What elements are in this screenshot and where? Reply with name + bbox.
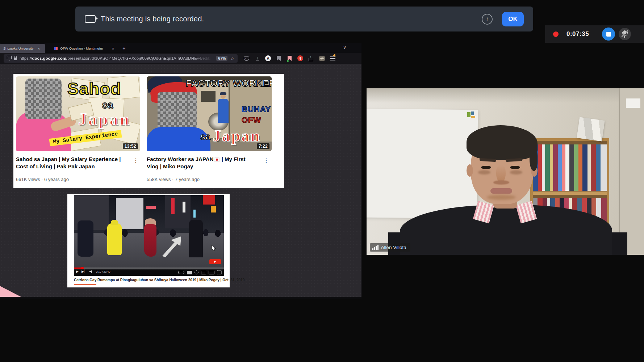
recording-dot-icon [553,31,559,37]
tracking-shield-icon[interactable] [7,56,12,61]
participant-sweater [400,205,612,255]
downloads-icon[interactable]: ↓ [254,55,260,62]
progress-handle[interactable] [81,267,84,269]
muted-mic-button[interactable] [619,28,631,40]
pixelated-face [25,79,62,119]
pocket-icon[interactable]: ⌄ [243,55,250,62]
crowd-figure [78,220,93,257]
thumb-text: sa [200,131,210,142]
video-duration-badge: 7:22 [257,143,269,149]
video-caption: Catriona Gay Rumampa at Pinagkaguluhan s… [74,278,224,282]
tab-mentimeter[interactable]: OFW Question - Mentimeter × [51,44,117,53]
theme-extension-icon[interactable] [319,55,325,62]
tab-close-icon[interactable]: × [38,46,40,51]
autoplay-toggle[interactable] [178,271,184,274]
tab-close-icon[interactable]: × [112,46,114,51]
miniplayer-icon[interactable] [201,271,206,274]
shibuya-halloween-video[interactable]: ▶ ▶▏ 0:10 / 23:40 [74,195,224,276]
video-thumbnail-factory-worker[interactable]: FACTORY WORKER BUHAY OFW sa Japan 7:22 [147,76,272,151]
progress-track[interactable] [74,268,224,269]
slide-content: Sahod sa Japan My Salary Experience 13:5… [0,64,361,297]
kebab-menu-icon[interactable]: ⋮ [133,157,139,164]
lock-icon[interactable] [14,58,17,60]
thumb-text: sa [102,100,113,111]
video-camera-icon [85,15,96,23]
bookmark-star-icon[interactable]: ☆ [230,56,234,61]
video-duration-badge: 13:52 [123,143,138,149]
pixelated-face [158,92,197,131]
volume-icon[interactable] [89,270,93,273]
video-meta: 661K views · 6 years ago [16,177,69,182]
settings-gear-icon[interactable] [195,270,198,274]
next-button[interactable]: ▶▏ [81,270,87,273]
tab-list-chevron-icon[interactable]: ∨ [343,45,346,50]
participant-head [465,125,539,206]
shared-browser-window: Shizuoka University Lecture Ma × OFW Que… [0,43,361,299]
yellow-costume-figure [107,223,122,255]
youtube-logo [209,259,221,264]
participant-name-tag: Allen Villota [370,243,410,252]
video-meta: 558K views · 7 years ago [147,177,200,182]
slide-pink-triangle [0,285,21,297]
info-icon[interactable]: i [482,14,493,25]
factory-worker-figure [218,99,229,123]
bookmark-gray-icon[interactable] [276,55,282,62]
extension-a-icon[interactable]: A [265,55,271,61]
tab-shizuoka-lecture[interactable]: Shizuoka University Lecture Ma × [0,44,45,53]
thumb-text: OFW [242,115,261,125]
thumb-text: Japan [78,110,131,129]
time-display: 0:10 / 23:40 [96,270,110,273]
mentimeter-favicon [54,47,58,50]
browser-toolbar: https://docs.google.com/presentation/d/1… [0,53,361,64]
recording-control-bar: 0:07:35 [545,25,644,43]
captions-icon[interactable] [187,271,192,274]
toolbar-extensions: ⌄ ↓ A [243,55,336,62]
crowd-figure [189,220,203,257]
kebab-menu-icon[interactable]: ⋮ [263,157,269,164]
red-dress-figure [145,218,156,225]
theater-mode-icon[interactable] [209,271,214,274]
ok-button[interactable]: OK [502,12,524,26]
embedded-player-card: ▶ ▶▏ 0:10 / 23:40 Catriona Gay [67,194,230,287]
play-button[interactable]: ▶ [76,270,79,273]
share-icon[interactable] [308,55,314,62]
url-text: https://docs.google.com/presentation/d/1… [20,56,214,60]
stop-recording-button[interactable] [602,28,615,41]
recording-timer: 0:07:35 [566,30,589,38]
whiteboard [367,109,478,219]
whiteboard-logo [467,111,477,119]
banner-actions: i OK [482,12,524,26]
tab-title: OFW Question - Mentimeter [60,46,103,50]
player-controls: ▶ ▶▏ 0:10 / 23:40 [74,267,224,276]
video-thumbnail-sahod-sa-japan[interactable]: Sahod sa Japan My Salary Experience 13:5… [16,76,140,151]
tab-title: Shizuoka University Lecture Ma [3,46,34,50]
participant-video-tile: Allen Villota [367,88,644,255]
bookmark-pink-icon[interactable] [287,55,293,62]
stop-icon [606,32,611,37]
thumb-text: Japan [213,126,261,145]
book-row [533,144,607,191]
browser-bottom-strip [0,297,361,299]
road-arrow-marking [160,235,188,257]
menu-icon[interactable] [330,55,336,62]
youtube-results-card: Sahod sa Japan My Salary Experience 13:5… [13,74,284,188]
thumb-text: BUHAY [242,105,271,114]
url-bar[interactable]: https://docs.google.com/presentation/d/1… [4,54,238,63]
cabinet [619,88,644,255]
leaning-folders [577,117,605,141]
recording-banner-text: This meeting is being recorded. [101,15,204,23]
browser-tab-bar: Shizuoka University Lecture Ma × OFW Que… [0,43,361,53]
thumb-text: Sahod [67,79,121,98]
video-title[interactable]: Sahod sa Japan | My Salary Experience | … [16,156,123,170]
hair [467,125,538,160]
japan-flag-icon [214,158,219,161]
mouse-cursor [211,245,216,252]
new-tab-button[interactable]: + [122,45,125,51]
red-extension-icon[interactable] [297,55,303,61]
participant-name: Allen Villota [381,245,406,250]
fullscreen-icon[interactable] [217,270,222,274]
caption-underline [74,284,96,285]
video-title[interactable]: Factory Worker sa JAPAN | My First Vlog … [147,156,254,170]
recording-banner: This meeting is being recorded. i OK [75,7,533,31]
zoom-level-badge[interactable]: 67% [216,56,227,61]
